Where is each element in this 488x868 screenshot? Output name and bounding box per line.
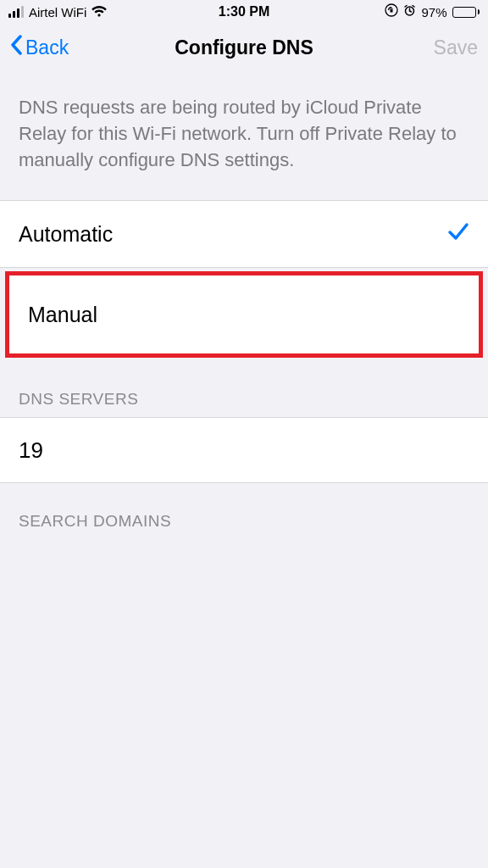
save-button[interactable]: Save — [434, 36, 478, 59]
chevron-left-icon — [10, 35, 24, 60]
back-button[interactable]: Back — [10, 35, 69, 60]
svg-rect-1 — [391, 9, 393, 13]
option-manual-label: Manual — [28, 303, 97, 327]
relay-description: DNS requests are being routed by iCloud … — [0, 71, 488, 188]
back-label: Back — [25, 36, 69, 59]
dns-servers-header: DNS SERVERS — [0, 361, 488, 417]
battery-percent: 97% — [421, 5, 446, 19]
option-automatic[interactable]: Automatic — [0, 201, 488, 267]
battery-icon — [452, 7, 480, 18]
option-automatic-label: Automatic — [19, 222, 113, 247]
signal-icon — [8, 6, 24, 18]
status-right: 97% — [385, 3, 480, 20]
dns-server-row[interactable]: 19 — [0, 417, 488, 483]
checkmark-icon — [447, 220, 469, 248]
wifi-icon — [92, 6, 107, 18]
search-domains-header: SEARCH DOMAINS — [0, 483, 488, 539]
option-manual[interactable]: Manual — [9, 275, 479, 353]
alarm-icon — [403, 4, 416, 20]
dns-mode-group: Automatic — [0, 200, 488, 268]
page-title: Configure DNS — [0, 36, 488, 59]
carrier-label: Airtel WiFi — [29, 5, 86, 19]
status-left: Airtel WiFi — [8, 5, 107, 19]
status-bar: Airtel WiFi 1:30 PM 97% — [0, 0, 488, 24]
dns-server-value: 19 — [19, 437, 43, 464]
option-manual-highlight: Manual — [5, 271, 483, 358]
nav-bar: Back Configure DNS Save — [0, 24, 488, 71]
rotation-lock-icon — [385, 3, 398, 20]
